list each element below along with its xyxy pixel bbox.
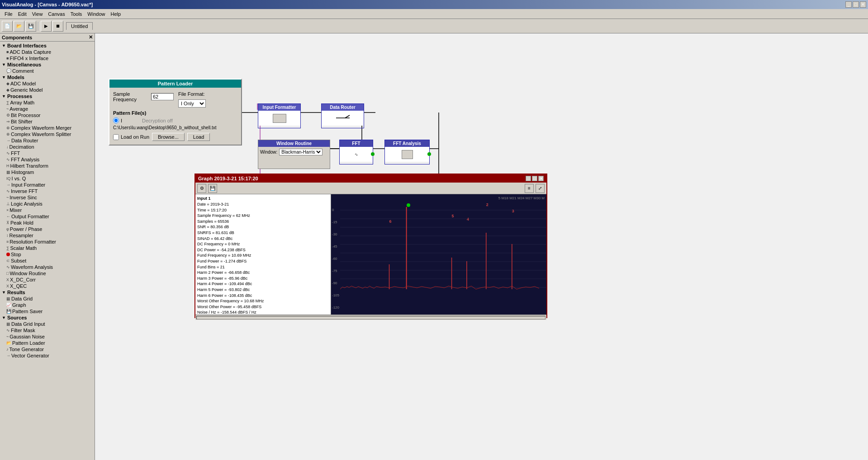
- menu-file[interactable]: File: [2, 10, 15, 18]
- browse-button[interactable]: Browse...: [152, 133, 185, 141]
- graph-scrollbar-track[interactable]: [196, 316, 545, 319]
- sidebar-item-decimation[interactable]: ↓Decimation: [6, 144, 94, 150]
- tree-group-header-sources[interactable]: ▼ Sources: [1, 314, 94, 321]
- sidebar-item-resolution-formatter[interactable]: ≡Resolution Formatter: [6, 239, 94, 245]
- radio-i[interactable]: [113, 117, 119, 123]
- panel-close-button[interactable]: ✕: [89, 34, 93, 40]
- fft-block[interactable]: FFT ∿: [339, 140, 373, 164]
- sidebar-item-scalar-math[interactable]: ∑Scalar Math: [6, 245, 94, 251]
- sidebar-item-graph[interactable]: 📈Graph: [6, 302, 94, 308]
- subset-icon: ⊂: [6, 258, 10, 263]
- sidebar-item-filter-mask[interactable]: ∿Filter Mask: [6, 327, 94, 333]
- window-routine-block[interactable]: Window Routine Window: Blackman-Harris H…: [258, 140, 330, 169]
- graph-settings-btn[interactable]: ⚙: [197, 184, 206, 193]
- sidebar-item-power-phase[interactable]: φPower / Phase: [6, 226, 94, 232]
- sidebar-item-complex-waveform-merger[interactable]: ⊕Complex Waveform Merger: [6, 125, 94, 131]
- sidebar-item-data-grid-input[interactable]: ▦Data Grid Input: [6, 321, 94, 327]
- window-select[interactable]: Blackman-Harris Hanning Hamming: [279, 149, 323, 155]
- maximize-button[interactable]: □: [853, 1, 859, 8]
- run-button[interactable]: ▶: [41, 21, 52, 32]
- sidebar-item-output-formatter[interactable]: ←Output Formatter: [6, 213, 94, 220]
- sidebar-item-bit-processor[interactable]: ⚙Bit Processor: [6, 112, 94, 118]
- sidebar-item-complex-waveform-splitter[interactable]: ⊗Complex Waveform Splitter: [6, 131, 94, 137]
- sidebar-item-mixer[interactable]: ×Mixer: [6, 207, 94, 213]
- menu-bar: File Edit View Canvas Tools Window Help: [0, 9, 868, 19]
- sidebar-item-fft-analysis[interactable]: ∿FFT Analysis: [6, 156, 94, 163]
- sidebar-item-gaussian-noise[interactable]: ~Gaussian Noise: [6, 333, 94, 340]
- expand-icon-processes: ▼: [2, 94, 6, 99]
- graph-icon: 📈: [6, 303, 11, 307]
- sidebar-item-input-formatter[interactable]: →Input Formatter: [6, 182, 94, 188]
- tone-gen-icon: ♪: [6, 347, 9, 352]
- graph-data-list: Input 1 Date = 2019-3-21 Time = 15:17:20…: [195, 194, 331, 314]
- tree-group-header-results[interactable]: ▼ Results: [1, 289, 94, 296]
- graph-expand-btn[interactable]: ⤢: [536, 184, 545, 193]
- filter-mask-icon: ∿: [6, 328, 10, 333]
- data-router-block[interactable]: Data Router: [321, 103, 364, 128]
- tree-group-header-processes[interactable]: ▼ Processes: [1, 93, 94, 99]
- close-button[interactable]: ✕: [860, 1, 866, 8]
- sidebar-item-adc-data-capture[interactable]: ■ ADC Data Capture: [6, 49, 94, 55]
- file-format-select[interactable]: I Only I and Q Raw: [178, 99, 206, 108]
- sidebar-item-average[interactable]: ~Average: [6, 106, 94, 112]
- new-button[interactable]: 📄: [2, 21, 13, 32]
- sidebar-item-inverse-fft[interactable]: ∿Inverse FFT: [6, 188, 94, 194]
- sidebar-item-data-grid[interactable]: ▦Data Grid: [6, 296, 94, 302]
- menu-help[interactable]: Help: [108, 10, 123, 18]
- sidebar-item-fft[interactable]: ∿FFT: [6, 150, 94, 156]
- input-formatter-block[interactable]: Input Formatter: [258, 103, 301, 128]
- sidebar-item-subset[interactable]: ⊂Subset: [6, 258, 94, 264]
- pattern-loader-dialog: Pattern Loader SampleFrequency File: [109, 79, 242, 146]
- tree-group-header-models[interactable]: ▼ Models: [1, 74, 94, 80]
- sidebar-item-stop[interactable]: Stop: [6, 251, 94, 258]
- sidebar-item-pattern-loader[interactable]: 📂Pattern Loader: [6, 340, 94, 346]
- untitled-tab[interactable]: Untitled: [66, 22, 93, 30]
- sidebar-item-fifo4x[interactable]: ■ FIFO4 x Interface: [6, 55, 94, 61]
- tree-group-header-miscellaneous[interactable]: ▼ Miscellaneous: [1, 61, 94, 68]
- sidebar-item-tone-generator[interactable]: ♪Tone Generator: [6, 346, 94, 352]
- sidebar-item-histogram[interactable]: ▦Histogram: [6, 169, 94, 175]
- sidebar-item-x-qec[interactable]: XX_QEC: [6, 283, 94, 289]
- fft-analysis-block[interactable]: FFT Analysis: [384, 140, 430, 164]
- sidebar-item-waveform-analysis[interactable]: ∿Waveform Analysis: [6, 264, 94, 270]
- save-button[interactable]: 💾: [25, 21, 36, 32]
- graph-data-time: Time = 15:17:20: [197, 207, 329, 213]
- sidebar-item-bit-shifter[interactable]: ⇒Bit Shifter: [6, 118, 94, 125]
- logic-icon: ⊥: [6, 202, 10, 206]
- sidebar-item-vector-generator[interactable]: →Vector Generator: [6, 352, 94, 359]
- menu-window[interactable]: Window: [85, 10, 108, 18]
- graph-min-btn[interactable]: _: [526, 176, 531, 181]
- tree-group-header-board-interfaces[interactable]: ▼ Board Interfaces: [1, 42, 94, 49]
- graph-scrollbar[interactable]: [195, 314, 546, 320]
- sidebar-item-data-router[interactable]: →Data Router: [6, 137, 94, 144]
- menu-view[interactable]: View: [29, 10, 46, 18]
- sidebar-item-logic-analysis[interactable]: ⊥Logic Analysis: [6, 201, 94, 207]
- load-on-run-checkbox[interactable]: [113, 134, 119, 140]
- sidebar-item-array-math[interactable]: ∑Array Math: [6, 99, 94, 106]
- sidebar-item-generic-model[interactable]: ◆ Generic Model: [6, 87, 94, 93]
- graph-save-btn[interactable]: 💾: [208, 184, 217, 193]
- graph-close-btn[interactable]: ✕: [538, 176, 544, 181]
- sidebar-item-i-vs-q[interactable]: IQI vs. Q: [6, 175, 94, 182]
- sidebar-item-hilbert-transform[interactable]: HHilbert Transform: [6, 163, 94, 169]
- graph-menu-btn[interactable]: ≡: [525, 184, 534, 193]
- y-label-5: -75: [332, 269, 339, 273]
- load-button[interactable]: Load: [187, 133, 210, 141]
- sidebar-item-resampler[interactable]: ↕Resampler: [6, 232, 94, 239]
- sidebar-item-x-dc-corr[interactable]: XX_DC_Corr: [6, 277, 94, 283]
- sidebar-item-pattern-saver[interactable]: 💾Pattern Saver: [6, 308, 94, 314]
- graph-max-btn[interactable]: □: [532, 176, 537, 181]
- sidebar-item-comment[interactable]: 💬 Comment: [6, 68, 94, 74]
- sidebar-item-peak-hold[interactable]: ⊼Peak Hold: [6, 220, 94, 226]
- open-button[interactable]: 📂: [14, 21, 24, 32]
- panel-title: Components: [2, 35, 32, 40]
- sidebar-item-window-routine[interactable]: □Window Routine: [6, 270, 94, 277]
- sidebar-item-adc-model[interactable]: ◆ ADC Model: [6, 80, 94, 87]
- minimize-button[interactable]: _: [845, 1, 852, 8]
- menu-edit[interactable]: Edit: [15, 10, 29, 18]
- menu-canvas[interactable]: Canvas: [45, 10, 67, 18]
- sidebar-item-inverse-sinc[interactable]: ~Inverse Sinc: [6, 194, 94, 201]
- stop-button[interactable]: ⏹: [52, 21, 63, 32]
- sample-frequency-input[interactable]: [151, 93, 174, 100]
- menu-tools[interactable]: Tools: [68, 10, 85, 18]
